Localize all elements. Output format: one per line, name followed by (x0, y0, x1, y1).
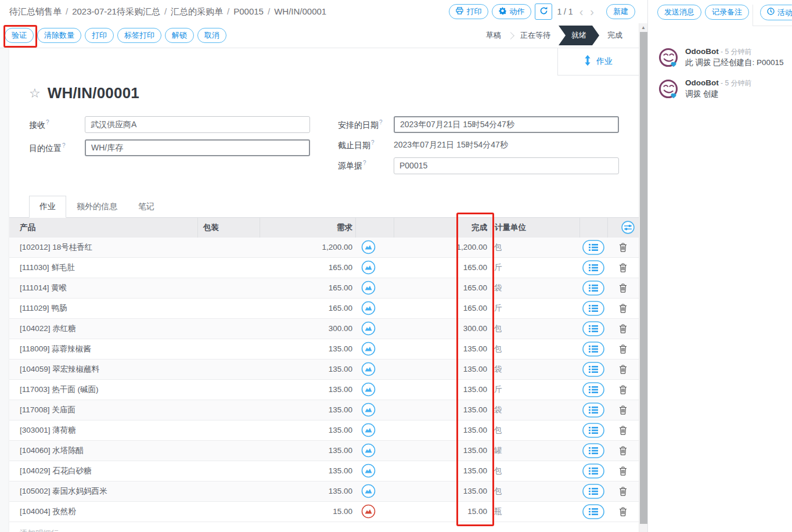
product-cell[interactable]: [118009] 蒜蓉辣椒酱 (9, 344, 197, 354)
forecast-chart-icon[interactable] (361, 504, 376, 519)
print-button[interactable]: 打印 (449, 4, 488, 20)
field-input-1[interactable] (85, 116, 310, 133)
forecast-chart-icon[interactable] (361, 240, 376, 254)
detailed-operations-icon[interactable] (582, 402, 604, 418)
status-step-3[interactable]: 就绪 (559, 26, 599, 45)
forecast-chart-icon[interactable] (361, 423, 376, 437)
scrollbar-track[interactable]: ▲ (639, 23, 647, 532)
product-cell[interactable]: [111014] 黄喉 (9, 283, 197, 293)
detailed-operations-icon[interactable] (582, 342, 604, 357)
breadcrumb-item[interactable]: P00015 (233, 6, 264, 16)
detailed-operations-icon[interactable] (582, 321, 604, 336)
forecast-chart-icon[interactable] (361, 301, 376, 315)
detailed-operations-icon[interactable] (582, 240, 604, 255)
demand-cell[interactable]: 135.00 (260, 446, 355, 455)
product-cell[interactable]: [102012] 18号桂香红 (9, 242, 197, 253)
demand-cell[interactable]: 165.00 (260, 304, 355, 312)
product-cell[interactable]: [117003] 热干面 (碱面) (9, 384, 197, 395)
cancel-button[interactable]: 取消 (197, 28, 226, 43)
trash-icon[interactable] (619, 283, 627, 293)
trash-icon[interactable] (619, 304, 627, 313)
new-button[interactable]: 新建 (606, 4, 635, 19)
optional-columns-icon[interactable] (621, 221, 635, 234)
forecast-chart-icon[interactable] (361, 382, 376, 397)
trash-icon[interactable] (619, 365, 627, 374)
tab-2[interactable]: 额外的信息 (66, 196, 128, 218)
forecast-chart-icon[interactable] (361, 484, 376, 498)
favorite-star-icon[interactable]: ☆ (29, 87, 41, 100)
add-line-link[interactable]: 添加明细行 (9, 522, 639, 532)
demand-cell[interactable]: 135.00 (260, 466, 355, 475)
log-note-button[interactable]: 记录备注 (705, 5, 749, 20)
done-cell[interactable]: 15.00 (394, 507, 491, 516)
tab-1[interactable]: 作业 (29, 196, 66, 218)
trash-icon[interactable] (619, 507, 627, 516)
demand-cell[interactable]: 135.00 (260, 487, 355, 495)
detailed-operations-icon[interactable] (582, 423, 604, 438)
demand-cell[interactable]: 165.00 (260, 263, 355, 272)
detailed-operations-icon[interactable] (582, 301, 604, 316)
activity-button[interactable]: 活动 (760, 5, 792, 20)
demand-cell[interactable]: 135.00 (260, 365, 355, 373)
demand-cell[interactable]: 300.00 (260, 324, 355, 333)
forecast-chart-icon[interactable] (361, 402, 376, 417)
forecast-chart-icon[interactable] (361, 321, 376, 336)
unlock-button[interactable]: 解锁 (165, 28, 194, 43)
forecast-chart-icon[interactable] (361, 463, 376, 478)
pager-next-icon[interactable]: › (588, 6, 596, 17)
detailed-operations-icon[interactable] (582, 484, 604, 499)
done-cell[interactable]: 165.00 (394, 263, 491, 272)
trash-icon[interactable] (619, 405, 627, 415)
done-cell[interactable]: 135.00 (394, 446, 491, 455)
demand-cell[interactable]: 135.00 (260, 344, 355, 353)
product-cell[interactable]: [104022] 赤红糖 (9, 323, 197, 334)
refresh-button[interactable] (535, 3, 552, 20)
breadcrumb-item[interactable]: 待汇总销售单 (9, 6, 62, 16)
done-cell[interactable]: 135.00 (394, 365, 491, 373)
status-step-4[interactable]: 完成 (599, 27, 631, 44)
breadcrumb-item[interactable]: 汇总的采购单 (171, 6, 223, 16)
product-cell[interactable]: [104059] 翠宏辣椒蘸料 (9, 364, 197, 375)
validate-button[interactable]: 验证 (5, 28, 34, 43)
done-cell[interactable]: 165.00 (394, 283, 491, 292)
detailed-operations-icon[interactable] (582, 362, 604, 377)
action-menu-button[interactable]: 动作 (492, 4, 531, 20)
detailed-operations-icon[interactable] (582, 504, 604, 519)
clear-qty-button[interactable]: 清除数量 (37, 28, 81, 43)
detailed-operations-icon[interactable] (582, 281, 604, 296)
detailed-operations-icon[interactable] (582, 443, 604, 458)
print-record-button[interactable]: 打印 (85, 28, 114, 43)
done-cell[interactable]: 300.00 (394, 324, 491, 333)
product-cell[interactable]: [111029] 鸭肠 (9, 303, 197, 314)
trash-icon[interactable] (619, 344, 627, 354)
trash-icon[interactable] (619, 385, 627, 394)
done-cell[interactable]: 135.00 (394, 344, 491, 353)
demand-cell[interactable]: 1,200.00 (260, 243, 355, 251)
pager-prev-icon[interactable]: ‹ (578, 6, 585, 17)
done-cell[interactable]: 135.00 (394, 385, 491, 394)
demand-cell[interactable]: 15.00 (260, 507, 355, 516)
forecast-chart-icon[interactable] (361, 281, 376, 295)
done-cell[interactable]: 135.00 (394, 487, 491, 495)
status-step-1[interactable]: 草稿 (478, 27, 509, 44)
operations-stat-button[interactable]: 作业 (557, 48, 639, 76)
product-cell[interactable]: [105002] 泰国水妈妈西米 (9, 486, 197, 497)
send-message-button[interactable]: 发送消息 (657, 5, 701, 20)
field-input-3[interactable] (394, 116, 619, 133)
trash-icon[interactable] (619, 466, 627, 476)
demand-cell[interactable]: 135.00 (260, 385, 355, 394)
forecast-chart-icon[interactable] (361, 362, 376, 376)
label-print-button[interactable]: 标签打印 (117, 28, 161, 43)
field-input-5[interactable] (394, 157, 619, 174)
forecast-chart-icon[interactable] (361, 443, 376, 458)
trash-icon[interactable] (619, 487, 627, 496)
trash-icon[interactable] (619, 426, 627, 435)
done-cell[interactable]: 1,200.00 (394, 243, 491, 251)
scrollbar-thumb[interactable] (640, 32, 647, 524)
detailed-operations-icon[interactable] (582, 382, 604, 397)
scroll-up-icon[interactable]: ▲ (639, 25, 647, 30)
forecast-chart-icon[interactable] (361, 260, 376, 275)
product-cell[interactable]: [111030] 鲜毛肚 (9, 263, 197, 273)
demand-cell[interactable]: 135.00 (260, 405, 355, 414)
field-input-2[interactable] (85, 139, 310, 156)
